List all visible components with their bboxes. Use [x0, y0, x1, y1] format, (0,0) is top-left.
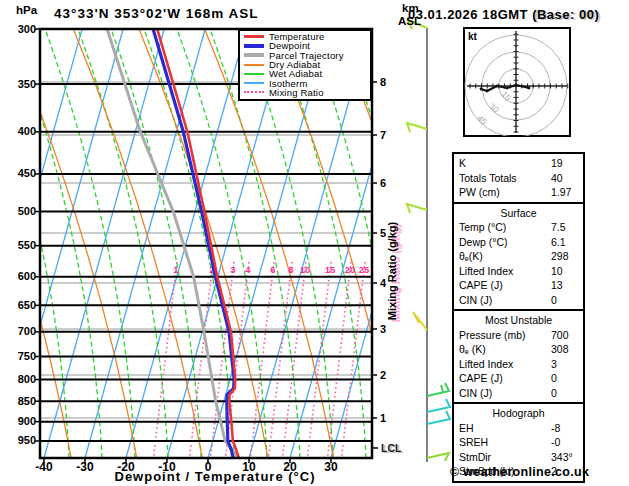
indices-table-section-header: Most Unstable [454, 313, 583, 328]
table-row-value: -0 [551, 436, 578, 448]
mixing-ratio-value-label: 6 [270, 264, 275, 275]
temperature-axis-tick-label: -40 [24, 460, 64, 474]
hodograph-trace-point [506, 87, 509, 90]
wind-barb [441, 385, 443, 392]
table-row-label: CIN (J) [459, 387, 551, 399]
legend-swatch [244, 64, 264, 66]
table-row: CIN (J)0 [454, 293, 583, 308]
table-row-label: Lifted Index [459, 265, 551, 277]
datetime-value: 03.01.2026 18GMT [408, 7, 528, 22]
table-row: PW (cm)1.97 [454, 185, 583, 200]
mixing-ratio-axis-title: Mixing Ratio (g/kg) [386, 195, 398, 347]
wind-barb [427, 411, 450, 424]
table-row-value: 10 [551, 265, 578, 277]
mixing-ratio-value-label: 8 [288, 264, 293, 275]
legend-swatch [244, 53, 264, 57]
table-row-label: CAPE (J) [459, 279, 551, 291]
indices-table-section-header: Hodograph [454, 406, 583, 421]
table-row: CAPE (J)0 [454, 371, 583, 386]
table-row-label: Lifted Index [459, 358, 551, 370]
pressure-axis-tick-label: 750 [8, 350, 36, 362]
table-row: Pressure (mb)700 [454, 328, 583, 343]
legend-swatch [244, 73, 264, 75]
table-row-value: 40 [551, 172, 578, 184]
table-row: Lifted Index10 [454, 264, 583, 279]
pressure-axis-tick-label: 450 [8, 167, 36, 179]
pressure-axis-tick-label: 350 [8, 78, 36, 90]
legend-swatch [244, 44, 264, 48]
mixing-ratio-line [342, 262, 365, 456]
indices-table-section: Most UnstablePressure (mb)700θₑ (K)308Li… [452, 309, 585, 404]
table-row-value: 19 [551, 157, 578, 169]
table-row-value: 298 [551, 250, 578, 262]
table-row-label: Dewp (°C) [459, 236, 551, 248]
legend-item-label: Mixing Ratio [269, 88, 324, 97]
table-row-label: SREH [459, 436, 551, 448]
wind-barb [407, 204, 427, 213]
wind-barb [427, 453, 449, 461]
table-row: EH-8 [454, 421, 583, 436]
table-row-value: 343° [551, 451, 578, 463]
mixing-ratio-line [154, 262, 177, 456]
table-row-label: CIN (J) [459, 294, 551, 306]
table-row-value: 13 [551, 279, 578, 291]
pressure-axis-tick-label: 700 [8, 325, 36, 337]
lcl-marker-label: LCL [381, 442, 401, 454]
indices-table-section: SurfaceTemp (°C)7.5Dewp (°C)6.1θₑ(K)298L… [452, 202, 585, 312]
datetime-label: 03.01.2026 18GMT (Base: 00) [408, 7, 599, 22]
mixing-ratio-line [269, 262, 292, 456]
altitude-axis-tick-label: 1 [380, 412, 386, 424]
dry-adiabat-line [0, 29, 6, 458]
wind-barb [427, 399, 450, 412]
wind-barb [407, 123, 427, 132]
hodograph-trace-point [528, 87, 531, 90]
base-run-label: (Base: 00) [532, 7, 599, 22]
pressure-axis-tick-label: 550 [8, 239, 36, 251]
hodograph-trace-point [480, 88, 483, 91]
table-row: Lifted Index3 [454, 357, 583, 372]
pressure-axis-tick-label: 850 [8, 395, 36, 407]
pressure-axis-tick-label: 500 [8, 205, 36, 217]
pressure-unit-label: hPa [16, 4, 37, 16]
table-row-label: Temp (°C) [459, 221, 551, 233]
table-row-label: CAPE (J) [459, 372, 551, 384]
altitude-axis-tick-label: 2 [380, 369, 386, 381]
table-row: Temp (°C)7.5 [454, 220, 583, 235]
table-row-value: 0 [551, 387, 578, 399]
mixing-ratio-value-label: 10 [300, 264, 311, 275]
wet-adiabat-line [0, 29, 3, 458]
hodograph-unit-label: kt [468, 31, 477, 42]
table-row-value: 1.97 [551, 186, 578, 198]
wind-barb [427, 383, 449, 396]
pressure-axis-tick-label: 600 [8, 270, 36, 282]
table-row-value: 3 [551, 358, 578, 370]
altitude-axis-tick-label: 7 [380, 129, 386, 141]
pressure-axis-tick-label: 950 [8, 434, 36, 446]
page-title: 43°33'N 353°02'W 168m ASL [54, 6, 259, 21]
hodograph-trace-point [486, 90, 489, 93]
table-row: Totals Totals40 [454, 171, 583, 186]
x-axis-title: Dewpoint / Temperature (°C) [65, 469, 365, 484]
mixing-ratio-value-label: 25 [359, 264, 370, 275]
hodograph-trace-point [515, 84, 518, 87]
legend-item-label: Wet Adiabat [269, 69, 322, 78]
table-row: θₑ(K)298 [454, 249, 583, 264]
pressure-axis-tick-label: 900 [8, 415, 36, 427]
pressure-axis-tick-label: 300 [8, 23, 36, 35]
pressure-axis-tick-label: 400 [8, 125, 36, 137]
legend-row: Mixing Ratio [244, 88, 370, 97]
mixing-ratio-value-label: 4 [245, 264, 251, 275]
table-row-label: StmDir [459, 451, 551, 463]
legend-swatch [244, 35, 264, 39]
table-row-label: K [459, 157, 551, 169]
mixing-ratio-value-label: 15 [325, 264, 336, 275]
hodograph-trace-point [496, 85, 499, 88]
pressure-axis-tick-label: 650 [8, 299, 36, 311]
table-row-value: 7.5 [551, 221, 578, 233]
isotherm-line [85, 29, 205, 458]
table-row-label: EH [459, 422, 551, 434]
table-row: SREH-0 [454, 435, 583, 450]
indices-table: K19Totals Totals40PW (cm)1.97SurfaceTemp… [452, 152, 585, 483]
table-row-value: -8 [551, 422, 578, 434]
mixing-ratio-value-label: 1 [173, 264, 179, 275]
